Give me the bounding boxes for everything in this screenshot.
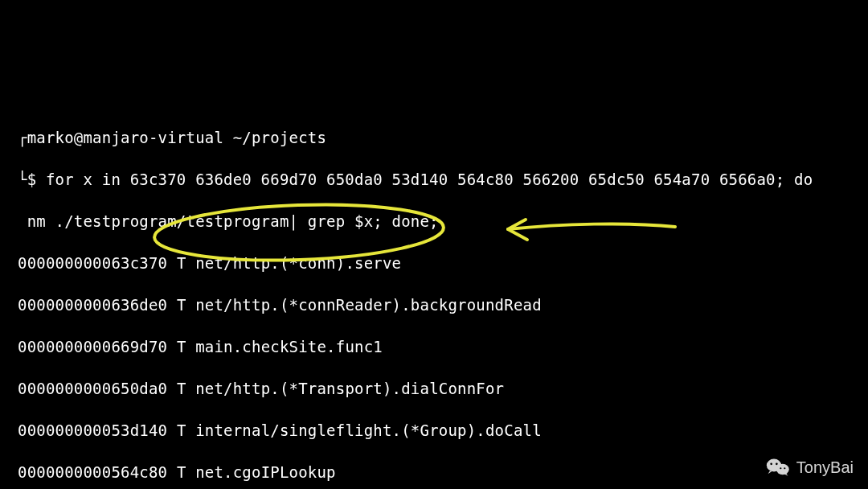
nm-output-row: 0000000000650da0 T net/http.(*Transport)… <box>18 378 813 399</box>
prompt-corner-bot: └ <box>18 171 27 188</box>
prompt-line-2: └$ for x in 63c370 636de0 669d70 650da0 … <box>18 169 813 190</box>
prompt-corner-top: ┌ <box>18 129 27 146</box>
svg-point-4 <box>776 463 778 466</box>
flag: T <box>177 380 186 397</box>
nm-output-row: 000000000053d140 T internal/singleflight… <box>18 420 813 441</box>
watermark: TonyBai <box>766 457 854 478</box>
symbol: net/http.(*conn).serve <box>195 254 401 272</box>
symbol: main.checkSite.func1 <box>195 338 383 355</box>
terminal-output: ┌marko@manjaro-virtual ~/projects └$ for… <box>18 106 813 489</box>
symbol: net/http.(*connReader).backgroundRead <box>195 296 542 314</box>
prompt-cwd: ~/projects <box>233 129 326 146</box>
addr: 0000000000650da0 <box>18 380 167 397</box>
nm-output-row: 000000000063c370 T net/http.(*conn).serv… <box>18 253 813 273</box>
addr: 000000000053d140 <box>18 421 167 439</box>
addr: 0000000000564c80 <box>18 463 167 481</box>
wechat-icon <box>766 457 790 478</box>
flag: T <box>177 421 186 439</box>
symbol: internal/singleflight.(*Group).doCall <box>195 421 542 439</box>
flag: T <box>177 463 186 481</box>
nm-output-row: 0000000000669d70 T main.checkSite.func1 <box>18 336 813 357</box>
flag: T <box>177 338 186 355</box>
svg-point-2 <box>776 464 789 475</box>
symbol: net.cgoIPLookup <box>195 463 336 481</box>
command-text-1: for x in 63c370 636de0 669d70 650da0 53d… <box>46 171 813 188</box>
symbol: net/http.(*Transport).dialConnFor <box>195 380 504 397</box>
svg-point-6 <box>784 467 785 469</box>
prompt-user-host: marko@manjaro-virtual <box>27 129 223 146</box>
flag: T <box>177 296 186 314</box>
addr: 000000000063c370 <box>18 254 167 272</box>
addr: 0000000000669d70 <box>18 338 167 355</box>
nm-output-row: 0000000000564c80 T net.cgoIPLookup <box>18 462 813 483</box>
prompt-line-1: ┌marko@manjaro-virtual ~/projects <box>18 127 813 148</box>
watermark-label: TonyBai <box>796 457 854 478</box>
flag: T <box>177 254 186 272</box>
prompt-ps1: $ <box>27 171 37 188</box>
svg-point-3 <box>770 463 772 466</box>
command-line-2: nm ./testprogram/testprogram| grep $x; d… <box>18 211 813 232</box>
nm-output-row: 0000000000636de0 T net/http.(*connReader… <box>18 294 813 315</box>
addr: 0000000000636de0 <box>18 296 167 314</box>
svg-point-5 <box>780 467 781 469</box>
